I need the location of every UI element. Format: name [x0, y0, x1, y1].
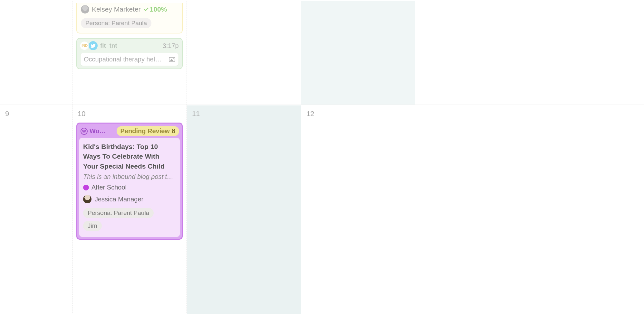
- tag-pill[interactable]: Persona: Parent Paula: [81, 18, 151, 28]
- calendar-grid: Kelsey Marketer 100% Persona: Parent Pau…: [0, 0, 644, 314]
- assignee-name: Kelsey Marketer: [92, 5, 141, 13]
- status-count: 8: [172, 127, 175, 135]
- social-card-header: fND fit_tnt 3:17p: [80, 41, 179, 50]
- social-post-time: 3:17p: [163, 42, 179, 50]
- tag-pill[interactable]: Persona: Parent Paula: [83, 208, 154, 218]
- calendar-cell[interactable]: [0, 1, 72, 105]
- assignee-row: Kelsey Marketer 100%: [81, 5, 178, 14]
- day-number: 10: [78, 110, 183, 118]
- day-number: 11: [192, 110, 297, 118]
- wordpress-icon: W: [81, 128, 88, 135]
- content-card-header: W Wor… Pending Review 8: [79, 125, 180, 138]
- calendar-cell[interactable]: 12: [301, 105, 416, 314]
- content-card-body: Kid's Birthdays: Top 10 Ways To Celebrat…: [79, 138, 180, 237]
- calendar-week-row: Kelsey Marketer 100% Persona: Parent Pau…: [0, 0, 644, 105]
- completion-badge: 100%: [143, 5, 167, 13]
- category-dot-icon: [83, 185, 89, 190]
- day-number: 9: [5, 110, 68, 118]
- status-text: Pending Review: [120, 127, 170, 135]
- calendar-cell[interactable]: Kelsey Marketer 100% Persona: Parent Pau…: [72, 1, 187, 105]
- brand-avatar-icon: fND: [80, 42, 89, 50]
- calendar-week-row: 9 10 W Wor… Pending Review 8: [0, 105, 644, 314]
- content-description: This is an inbound blog post t…: [83, 173, 176, 180]
- day-number: 12: [306, 110, 412, 118]
- avatar: [83, 195, 91, 203]
- social-account: fND fit_tnt: [80, 41, 117, 50]
- category-row: After School: [83, 184, 176, 191]
- check-icon: [143, 6, 149, 12]
- content-title: Kid's Birthdays: Top 10 Ways To Celebrat…: [83, 142, 176, 171]
- calendar-cell-today[interactable]: [301, 1, 416, 105]
- content-card[interactable]: Kelsey Marketer 100% Persona: Parent Pau…: [76, 3, 183, 33]
- calendar-cell[interactable]: 9: [0, 105, 72, 314]
- content-card-selected[interactable]: W Wor… Pending Review 8 Kid's Birthdays:…: [76, 123, 183, 240]
- social-post-text: Occupational therapy hel…: [84, 56, 166, 63]
- status-pill[interactable]: Pending Review 8: [117, 126, 179, 136]
- social-account-name: fit_tnt: [100, 42, 117, 49]
- platform-label: W Wor…: [81, 127, 108, 135]
- completion-percent: 100%: [150, 5, 167, 13]
- tags-row: Persona: Parent Paula Jim: [83, 207, 176, 232]
- twitter-icon: [89, 41, 98, 50]
- platform-text: Wor…: [90, 127, 108, 135]
- image-attachment-icon: [169, 57, 175, 62]
- calendar-cell[interactable]: 10 W Wor… Pending Review 8 Kid's Birthda…: [72, 105, 187, 314]
- calendar-cell-today[interactable]: 11: [187, 105, 301, 314]
- calendar-cell[interactable]: [187, 1, 301, 105]
- manager-row: Jessica Manager: [83, 195, 176, 203]
- social-post-card[interactable]: fND fit_tnt 3:17p Occupational therapy h…: [76, 38, 183, 69]
- category-label: After School: [91, 184, 127, 191]
- manager-name: Jessica Manager: [95, 196, 143, 203]
- tag-pill[interactable]: Jim: [83, 221, 102, 231]
- social-post-body: Occupational therapy hel…: [80, 53, 179, 66]
- avatar: [81, 5, 89, 14]
- calendar-cell[interactable]: [415, 1, 530, 105]
